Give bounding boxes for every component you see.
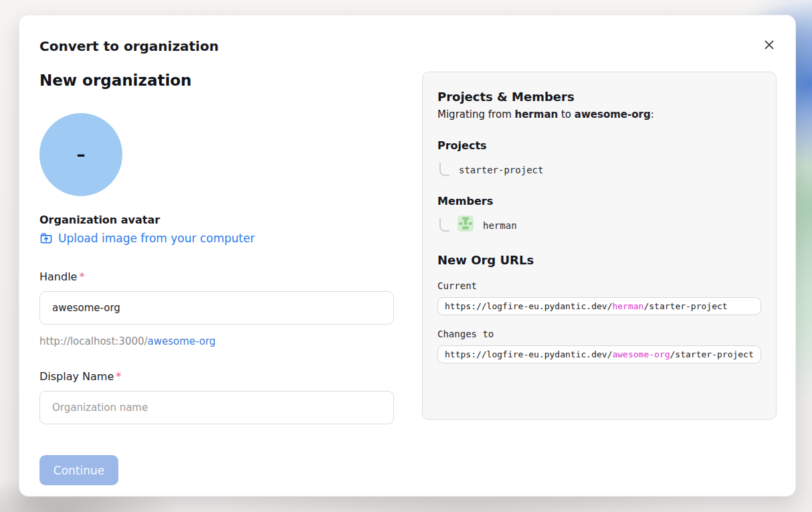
tree-elbow-icon [439, 218, 449, 232]
member-list-item: herman [437, 214, 761, 232]
dialog-content: New organization – Organization avatar U… [39, 72, 775, 485]
avatar-label: Organization avatar [39, 214, 394, 226]
handle-url-preview: http://localhost:3000/awesome-org [39, 335, 394, 347]
url-prefix: http://localhost:3000/ [39, 335, 148, 347]
changes-url-org-segment: awesome-org [612, 349, 670, 359]
required-asterisk: * [116, 370, 121, 383]
project-list-item: starter-project [437, 159, 761, 176]
continue-button[interactable]: Continue [39, 455, 118, 485]
tree-elbow-icon [439, 163, 449, 176]
avatar-initial: – [77, 145, 86, 165]
new-org-urls-heading: New Org URLs [437, 253, 761, 267]
projects-heading: Projects [437, 139, 761, 152]
changes-to-url-value: https://logfire-eu.pydantic.dev/awesome-… [437, 345, 761, 363]
migrating-from-handle: herman [515, 108, 559, 120]
organization-avatar: – [39, 113, 122, 196]
migrating-to-handle: awesome-org [575, 108, 651, 120]
migrating-summary: Migrating from herman to awesome-org: [437, 108, 761, 120]
changes-to-url-label: Changes to [437, 329, 761, 339]
upload-folder-icon [39, 232, 53, 245]
required-asterisk: * [79, 270, 84, 283]
member-name: herman [483, 220, 517, 231]
member-identicon-avatar [458, 216, 474, 232]
upload-image-link[interactable]: Upload image from your computer [39, 232, 255, 245]
members-heading: Members [437, 195, 761, 207]
current-url-label: Current [437, 280, 761, 291]
handle-input[interactable] [39, 291, 394, 325]
panel-heading: Projects & Members [437, 90, 761, 104]
display-name-label: Display Name* [39, 370, 394, 383]
dialog-title: Convert to organization [39, 38, 775, 54]
current-url-value: https://logfire-eu.pydantic.dev/herman/s… [437, 297, 761, 315]
display-name-input[interactable] [39, 391, 394, 424]
project-name: starter-project [459, 165, 543, 175]
convert-to-organization-dialog: Convert to organization New organization… [19, 15, 796, 497]
form-heading: New organization [39, 72, 394, 89]
projects-members-panel: Projects & Members Migrating from herman… [422, 72, 777, 420]
handle-label: Handle* [39, 270, 394, 283]
current-url-org-segment: herman [612, 301, 643, 311]
close-icon [763, 38, 776, 52]
url-handle: awesome-org [148, 335, 216, 347]
close-button[interactable] [756, 31, 783, 58]
new-organization-form: New organization – Organization avatar U… [39, 72, 394, 485]
projects-members-panel-wrap: Projects & Members Migrating from herman… [422, 72, 777, 485]
upload-image-label: Upload image from your computer [58, 232, 255, 245]
